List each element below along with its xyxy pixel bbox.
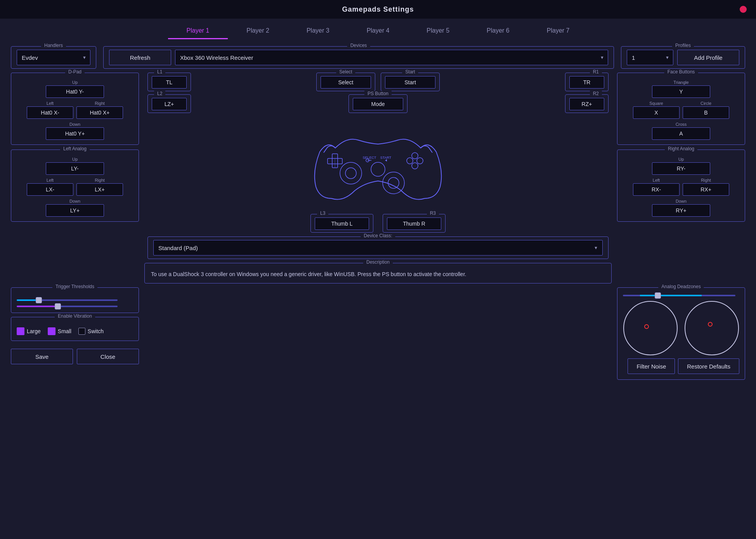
left-column: D-Pad Up Hat0 Y- Left Hat0 X- Right Hat (11, 73, 139, 283)
gamepad-diagram: SELECT START (144, 117, 612, 210)
refresh-button[interactable]: Refresh (109, 50, 171, 65)
devices-select-wrap: Xbox 360 Wireless Receiver (175, 50, 608, 65)
main-content: Handlers Evdev Devices Refresh Xbox 360 … (0, 39, 756, 387)
r3-button[interactable]: Thumb R (387, 217, 441, 230)
cross-button[interactable]: A (652, 127, 710, 140)
dpad-right-button[interactable]: Hat0 X+ (76, 106, 123, 119)
select-panel: Select Select (316, 73, 375, 91)
deadzone-slider[interactable] (623, 295, 735, 296)
square-button[interactable]: X (633, 106, 680, 119)
l2-button[interactable]: LZ+ (152, 98, 187, 110)
dpad-down-label: Down (69, 122, 80, 127)
device-class-panel: Device Class: Standard (Pad) Guitar Drum… (147, 236, 609, 259)
right-analog-up-button[interactable]: RY- (652, 162, 710, 175)
right-analog-left-button[interactable]: RX- (633, 183, 680, 196)
dpad-up-label: Up (72, 80, 78, 85)
svg-point-0 (340, 162, 362, 184)
left-analog-left-button[interactable]: LX- (27, 183, 73, 196)
tab-player4[interactable]: Player 4 (348, 23, 408, 39)
tab-player3[interactable]: Player 3 (288, 23, 348, 39)
left-analog-panel: Left Analog Up LY- Left LX- Right LX+ (11, 150, 139, 222)
devices-select[interactable]: Xbox 360 Wireless Receiver (175, 50, 608, 65)
start-label: Start (402, 69, 418, 75)
l3-button[interactable]: Thumb L (315, 217, 369, 230)
left-deadzone-circle (623, 301, 678, 355)
right-analog-down-button[interactable]: RY+ (652, 204, 710, 217)
r2-button[interactable]: RZ+ (569, 98, 604, 110)
svg-point-1 (345, 168, 356, 179)
device-class-label: Device Class: (361, 233, 395, 238)
right-shoulder-group: R1 TR R2 RZ+ (565, 73, 609, 113)
save-button[interactable]: Save (11, 349, 73, 364)
vibration-options-row: Large Small Switch (17, 327, 133, 335)
l1-button[interactable]: TL (152, 76, 187, 89)
left-analog-right-label: Right (95, 178, 105, 183)
triangle-wrap: Triangle Y (652, 80, 710, 98)
dpad-down-wrap: Down Hat0 Y+ (46, 122, 104, 140)
tab-player7[interactable]: Player 7 (528, 23, 588, 39)
r1-label: R1 (590, 69, 602, 75)
r1-button[interactable]: TR (569, 76, 604, 89)
trigger-slider-2-row (17, 306, 133, 307)
vibration-switch-checkbox[interactable] (78, 328, 85, 335)
trigger-threshold-2-slider[interactable] (17, 306, 118, 307)
close-button[interactable]: Close (77, 349, 139, 364)
bottom-section: Trigger Thresholds Enable Vibration Larg… (11, 287, 745, 380)
enable-vibration-panel: Enable Vibration Large Small Switch (11, 317, 139, 341)
device-class-select[interactable]: Standard (Pad) Guitar Drums (153, 240, 603, 256)
left-analog-up-label: Up (72, 157, 78, 162)
left-analog-down-wrap: Down LY+ (46, 199, 104, 217)
handlers-select-wrap: Evdev (17, 50, 90, 65)
circle-label: Circle (701, 101, 711, 106)
start-panel: Start Start (381, 73, 440, 91)
description-label: Description (363, 259, 393, 265)
right-deadzone-dot (708, 322, 713, 327)
tab-player1[interactable]: Player 1 (168, 23, 228, 39)
left-analog-right-button[interactable]: LX+ (76, 183, 123, 196)
profiles-select[interactable]: 1 (627, 50, 673, 65)
restore-defaults-button[interactable]: Restore Defaults (678, 358, 739, 374)
l3-label: L3 (317, 210, 328, 216)
left-analog-down-button[interactable]: LY+ (46, 204, 104, 217)
title-bar: Gamepads Settings (0, 0, 756, 19)
circle-button[interactable]: B (683, 106, 729, 119)
dpad-label: D-Pad (65, 69, 85, 75)
dpad-left-button[interactable]: Hat0 X- (27, 106, 73, 119)
right-analog-right-button[interactable]: RX+ (683, 183, 729, 196)
vibration-large-color (17, 327, 24, 335)
l3-panel: L3 Thumb L (310, 214, 373, 233)
enable-vibration-label: Enable Vibration (55, 313, 95, 319)
description-text: To use a DualShock 3 controller on Windo… (151, 270, 605, 278)
left-analog-up-wrap: Up LY- (46, 157, 104, 175)
triangle-button[interactable]: Y (652, 85, 710, 98)
dpad-up-button[interactable]: Hat0 Y- (46, 85, 104, 98)
square-wrap: Square X (633, 101, 680, 119)
tab-player5[interactable]: Player 5 (408, 23, 468, 39)
center-column: L1 TL L2 LZ+ Select Select (144, 73, 612, 283)
tab-player2[interactable]: Player 2 (228, 23, 288, 39)
gamepad-svg: SELECT START (304, 117, 452, 210)
right-analog-panel: Right Analog Up RY- Left RX- Right RX+ (617, 150, 745, 222)
handlers-group: Handlers Evdev (11, 46, 96, 69)
add-profile-button[interactable]: Add Profile (677, 50, 739, 65)
trigger-threshold-1-slider[interactable] (17, 299, 118, 301)
right-analog-label: Right Analog (665, 146, 697, 151)
bottom-center-spacer (144, 287, 612, 380)
select-button[interactable]: Select (321, 76, 371, 89)
ps-button[interactable]: Mode (353, 98, 403, 110)
triangle-label: Triangle (673, 80, 688, 85)
vibration-small-item: Small (48, 327, 71, 335)
cross-label: Cross (676, 122, 687, 127)
close-dot-icon[interactable] (740, 6, 747, 13)
l2-label: L2 (154, 91, 165, 96)
left-analog-left-wrap: Left LX- (27, 178, 73, 196)
dpad-down-button[interactable]: Hat0 Y+ (46, 127, 104, 140)
device-class-select-wrap: Standard (Pad) Guitar Drums (153, 240, 603, 256)
bottom-left: Trigger Thresholds Enable Vibration Larg… (11, 287, 139, 380)
filter-noise-button[interactable]: Filter Noise (628, 358, 675, 374)
handlers-select[interactable]: Evdev (17, 50, 90, 65)
left-analog-up-button[interactable]: LY- (46, 162, 104, 175)
tab-player6[interactable]: Player 6 (468, 23, 528, 39)
svg-text:SELECT: SELECT (362, 156, 376, 160)
start-button[interactable]: Start (385, 76, 435, 89)
